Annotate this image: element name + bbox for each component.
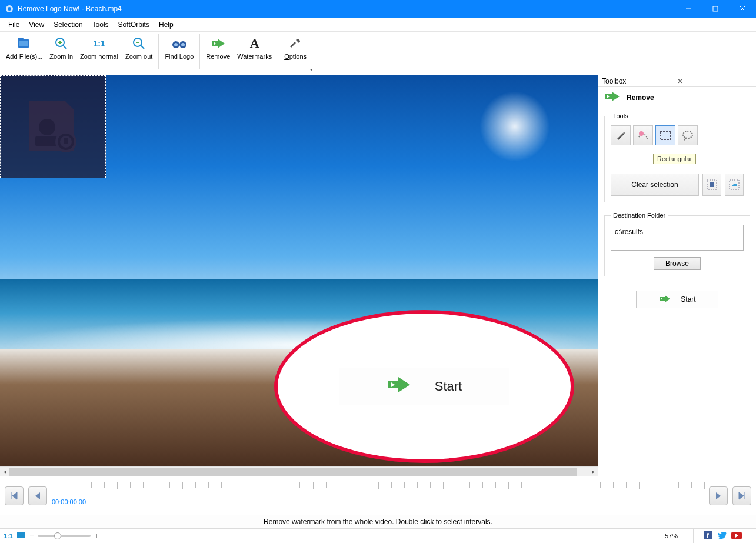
zoom-normal-label: Zoom normal (80, 53, 118, 60)
svg-rect-8 (19, 41, 28, 46)
toolbox-title: Toolbox (602, 77, 677, 85)
hint-text: Remove watermark from the whole video. D… (264, 518, 492, 526)
svg-rect-24 (64, 138, 68, 144)
forward-end-button[interactable] (732, 486, 751, 505)
facebook-icon[interactable]: f (704, 531, 712, 541)
zoom-out-button[interactable]: Zoom out (122, 33, 156, 71)
zoom-normal-icon: 1:1 (91, 35, 108, 52)
youtube-icon[interactable] (731, 532, 742, 541)
svg-text:f: f (707, 532, 709, 539)
close-button[interactable] (729, 0, 756, 18)
watermarks-icon: A (247, 35, 263, 52)
fit-icon[interactable] (16, 532, 26, 540)
step-forward-button[interactable] (709, 486, 728, 505)
titlebar: Remove Logo Now! - Beach.mp4 (0, 0, 756, 18)
zoom-in-plus[interactable]: + (94, 531, 99, 541)
lasso-tool[interactable] (678, 125, 698, 145)
options-button[interactable]: Options (281, 33, 310, 71)
minimize-button[interactable] (675, 0, 702, 18)
zoom-in-icon (53, 35, 69, 52)
svg-line-14 (141, 45, 144, 49)
start-button[interactable]: Start (636, 291, 718, 308)
svg-rect-26 (660, 131, 671, 139)
destination-group: Destination Folder c:\results Browse (604, 212, 750, 276)
status-bar: 1:1 − + 57% f (0, 529, 756, 543)
find-logo-button[interactable]: Find Logo (161, 33, 197, 71)
rectangular-tooltip: Rectangular (653, 154, 696, 164)
window-title: Remove Logo Now! - Beach.mp4 (18, 5, 675, 13)
twitter-icon[interactable] (717, 531, 727, 541)
destination-legend: Destination Folder (611, 212, 668, 219)
marker-tool[interactable] (611, 125, 631, 145)
svg-point-18 (174, 43, 178, 46)
freehand-tool[interactable] (633, 125, 653, 145)
browse-button[interactable]: Browse (654, 257, 701, 270)
zoom-11-label[interactable]: 1:1 (4, 532, 13, 539)
menu-selection[interactable]: Selection (49, 19, 87, 30)
add-files-icon (16, 35, 32, 52)
zoom-out-minus[interactable]: − (29, 531, 34, 541)
app-icon (5, 4, 14, 14)
svg-point-19 (181, 43, 185, 46)
add-files-button[interactable]: Add File(s)... (2, 33, 46, 71)
remove-label: Remove (206, 53, 230, 60)
rewind-start-button[interactable] (5, 486, 24, 505)
add-files-label: Add File(s)... (6, 53, 42, 60)
timecode: 00:00:00 00 (52, 498, 86, 505)
zoom-percent: 57% (654, 529, 688, 543)
start-arrow-icon (387, 375, 411, 398)
remove-button[interactable]: Remove (202, 33, 234, 71)
toolbox-header: Remove (627, 94, 654, 102)
menu-help[interactable]: Help (154, 19, 178, 30)
svg-point-1 (8, 7, 11, 11)
svg-rect-29 (710, 182, 714, 187)
step-back-button[interactable] (28, 486, 47, 505)
rectangular-tool[interactable] (655, 125, 675, 145)
menu-file[interactable]: File (4, 19, 24, 30)
toolbar-separator (199, 34, 200, 69)
menu-softorbits[interactable]: SoftOrbits (114, 19, 154, 30)
start-button-callout-label: Start (435, 379, 462, 394)
selection-rectangle[interactable] (0, 75, 106, 178)
remove-arrow-icon (604, 91, 621, 104)
menu-tools[interactable]: Tools (88, 19, 114, 30)
start-button-callout[interactable]: Start (339, 368, 509, 405)
zoom-normal-button[interactable]: 1:1 Zoom normal (76, 33, 122, 71)
load-selection-button[interactable] (725, 174, 744, 196)
save-selection-button[interactable] (702, 174, 721, 196)
toolbox-close-icon[interactable]: ✕ (677, 77, 752, 85)
options-label: Options (284, 53, 307, 60)
horizontal-scrollbar[interactable]: ◂ ▸ (0, 466, 598, 476)
maximize-button[interactable] (702, 0, 729, 18)
clear-selection-button[interactable]: Clear selection (611, 174, 699, 196)
timeline-track[interactable]: 00:00:00 00 (52, 481, 704, 511)
binoculars-icon (171, 35, 188, 52)
toolbar-overflow[interactable]: ▾ (310, 67, 317, 75)
svg-line-10 (63, 45, 66, 49)
menu-view[interactable]: View (24, 19, 49, 30)
social-links: f (693, 529, 752, 543)
clear-selection-label: Clear selection (631, 181, 678, 189)
wrench-icon (287, 35, 304, 52)
svg-rect-3 (713, 6, 718, 11)
scroll-right-arrow[interactable]: ▸ (588, 468, 598, 475)
start-arrow-icon (658, 294, 671, 305)
zoom-in-label: Zoom in (49, 53, 73, 60)
remove-arrow-icon (210, 35, 227, 52)
toolbar: Add File(s)... Zoom in 1:1 Zoom normal Z… (0, 32, 756, 75)
toolbar-separator (158, 34, 159, 69)
svg-point-25 (639, 131, 644, 136)
video-canvas[interactable]: Start (0, 75, 598, 466)
watermarks-label: Watermarks (237, 53, 272, 60)
toolbox-panel: Toolbox ✕ Remove Tools Rectangular Clear… (598, 75, 756, 476)
scroll-left-arrow[interactable]: ◂ (0, 468, 9, 475)
tools-legend: Tools (611, 112, 631, 119)
svg-point-20 (39, 119, 55, 135)
zoom-in-button[interactable]: Zoom in (46, 33, 76, 71)
zoom-slider[interactable] (38, 535, 91, 537)
watermarks-button[interactable]: A Watermarks (234, 33, 275, 71)
scroll-thumb[interactable] (9, 468, 577, 476)
start-button-label: Start (681, 295, 695, 304)
find-logo-label: Find Logo (165, 53, 194, 60)
destination-path-input[interactable]: c:\results (611, 225, 744, 251)
